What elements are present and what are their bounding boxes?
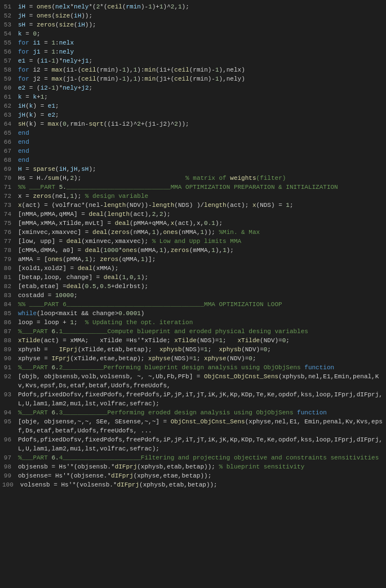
table-row: 86loop = loop + 1; % Updating the opt. i…: [0, 318, 386, 327]
table-row: 60e2 = (i2-1)*nely+j2;: [0, 83, 386, 92]
line-content: %___PART 6.3____________Performing erode…: [18, 408, 384, 417]
line-number: 61: [2, 92, 18, 101]
line-number: 98: [2, 462, 18, 471]
line-content: [cMMA,dMMA, a0] = deal(1000*ones(mMMA,1)…: [18, 246, 384, 255]
line-number: 73: [2, 201, 18, 210]
line-number: 72: [2, 192, 18, 201]
line-content: k = 0;: [18, 29, 384, 38]
table-row: 79aMMA = [ones(pMMA,1); zeros(qMMA,1)];: [0, 255, 386, 264]
table-row: 59for j2 = max(j1-(ceil(rmin)-1),1):min(…: [0, 74, 386, 83]
line-number: 90: [2, 354, 18, 363]
line-content: Hs = H./sum(H,2); % matrix of weights(fi…: [18, 174, 384, 183]
line-content: for i1 = 1:nelx: [18, 38, 384, 47]
line-number: 69: [2, 165, 18, 174]
table-row: 89xphysb = IFprj(xTilde,etab,betap); xph…: [0, 345, 386, 354]
line-number: 53: [2, 20, 18, 29]
line-content: xTilde(act) = xMMA; xTilde =Hs'*xTilde; …: [18, 336, 384, 345]
line-content: [xold1,xold2] = deal(xMMA);: [18, 264, 384, 273]
line-content: end: [18, 129, 384, 138]
table-row: 52jH = ones(size(iH));: [0, 11, 386, 20]
line-number: 54: [2, 29, 18, 38]
line-number: 81: [2, 273, 18, 282]
line-number: 91: [2, 363, 18, 372]
table-row: 95[obje, objsense,~,~, SEe, SEsense,~,~]…: [0, 417, 386, 435]
line-number: 87: [2, 327, 18, 336]
table-row: 83costadd = 10000;: [0, 291, 386, 300]
table-row: 99objsense= Hs'*(objsense.*dIFprj(xphyse…: [0, 471, 386, 480]
line-content: x = zeros(nel,1); % design variable: [18, 192, 384, 201]
table-row: 69H = sparse(iH,jH,sH);: [0, 165, 386, 174]
line-content: xphyse = IFprj(xTilde,etae,betap); xphys…: [18, 354, 384, 363]
table-row: 72x = zeros(nel,1); % design variable: [0, 192, 386, 201]
table-row: 93Pdofs,pfixedDofsv,fixedPdofs,freePdofs…: [0, 390, 386, 408]
line-number: 52: [2, 11, 18, 20]
line-content: while(loop<maxit && change>0.0001): [18, 309, 384, 318]
table-row: 55for i1 = 1:nelx: [0, 38, 386, 47]
line-number: 51: [2, 2, 18, 11]
table-row: 87%___PART 6.1____________Compute bluepr…: [0, 327, 386, 336]
line-content: sH = zeros(size(iH));: [18, 20, 384, 29]
line-number: 95: [2, 417, 18, 426]
line-number: 80: [2, 264, 18, 273]
line-content: e1 = (i1-1)*nely+j1;: [18, 56, 384, 65]
table-row: 57e1 = (i1-1)*nely+j1;: [0, 56, 386, 65]
line-content: %___PART 6.2___________Performing bluepr…: [18, 363, 384, 372]
table-row: 85while(loop<maxit && change>0.0001): [0, 309, 386, 318]
line-number: 71: [2, 183, 18, 192]
line-content: [betap,loop, change] = deal(1,0,1);: [18, 273, 384, 282]
line-number: 88: [2, 336, 18, 345]
line-number: 78: [2, 246, 18, 255]
table-row: 53sH = zeros(size(iH));: [0, 20, 386, 29]
line-content: aMMA = [ones(pMMA,1); zeros(qMMA,1)];: [18, 255, 384, 264]
table-row: 70Hs = H./sum(H,2); % matrix of weights(…: [0, 174, 386, 183]
line-number: 82: [2, 282, 18, 291]
table-row: 63jH(k) = e2;: [0, 110, 386, 120]
line-number: 97: [2, 453, 18, 462]
line-number: 86: [2, 318, 18, 327]
line-number: 96: [2, 435, 18, 444]
line-content: %% ___PART 5.___________________________…: [18, 183, 384, 192]
line-content: Pdofs,pfixedDofsv,fixedPdofs,freePdofs,i…: [18, 390, 384, 408]
line-content: for i2 = max(i1-(ceil(rmin)-1),1):min(i1…: [18, 65, 384, 74]
line-content: loop = loop + 1; % Updating the opt. ite…: [18, 318, 384, 327]
line-content: jH = ones(size(iH));: [18, 11, 384, 20]
line-content: objsensb = Hs'*(objsensb.*dIFprj(xphysb,…: [18, 462, 384, 471]
table-row: 80[xold1,xold2] = deal(xMMA);: [0, 264, 386, 273]
line-number: 57: [2, 56, 18, 65]
line-number: 79: [2, 255, 18, 264]
line-number: 75: [2, 219, 18, 228]
line-content: Pdofs,pfixedDofsv,fixedPdofs,freePdofs,i…: [18, 435, 384, 453]
line-content: objsense= Hs'*(objsense.*dIFprj(xphyse,e…: [18, 471, 384, 480]
line-number: 70: [2, 174, 18, 183]
line-content: for j1 = 1:nely: [18, 47, 384, 56]
table-row: 64sH(k) = max(0,rmin-sqrt((i1-i2)^2+(j1-…: [0, 120, 386, 129]
line-content: [obje, objsense,~,~, SEe, SEsense,~,~] =…: [18, 417, 384, 435]
line-content: H = sparse(iH,jH,sH);: [18, 165, 384, 174]
line-number: 67: [2, 147, 18, 156]
table-row: 97%___PART 6.4_____________________Filte…: [0, 453, 386, 462]
line-number: 66: [2, 138, 18, 147]
line-number: 55: [2, 38, 18, 47]
table-row: 62iH(k) = e1;: [0, 101, 386, 110]
table-row: 94%___PART 6.3____________Performing ero…: [0, 408, 386, 417]
line-number: 58: [2, 65, 18, 74]
table-row: 98objsensb = Hs'*(objsensb.*dIFprj(xphys…: [0, 462, 386, 471]
line-number: 76: [2, 228, 18, 237]
line-content: [nMMA,pMMA,qMMA] = deal(length(act),2,2)…: [18, 210, 384, 219]
line-content: [mMMA,xMMA,xTilde,mvLt] = deal(pMMA+qMMA…: [18, 219, 384, 228]
table-row: 96Pdofs,pfixedDofsv,fixedPdofs,freePdofs…: [0, 435, 386, 453]
line-content: x(act) = (volfrac*(nel-length(NDV))-leng…: [18, 201, 384, 210]
line-number: 56: [2, 47, 18, 56]
line-content: end: [18, 147, 384, 156]
table-row: 58for i2 = max(i1-(ceil(rmin)-1),1):min(…: [0, 65, 386, 74]
table-row: 71%% ___PART 5._________________________…: [0, 183, 386, 192]
line-number: 74: [2, 210, 18, 219]
line-content: end: [18, 138, 384, 147]
line-content: [xminvec,xmaxvec] = deal(zeros(nMMA,1),o…: [18, 228, 384, 237]
line-content: e2 = (i2-1)*nely+j2;: [18, 83, 384, 92]
line-number: 99: [2, 471, 18, 480]
table-row: 67end: [0, 147, 386, 156]
table-row: 82[etab,etae] =deal(0.5,0.5+delrbst);: [0, 282, 386, 291]
line-number: 83: [2, 291, 18, 300]
line-number: 93: [2, 390, 18, 399]
